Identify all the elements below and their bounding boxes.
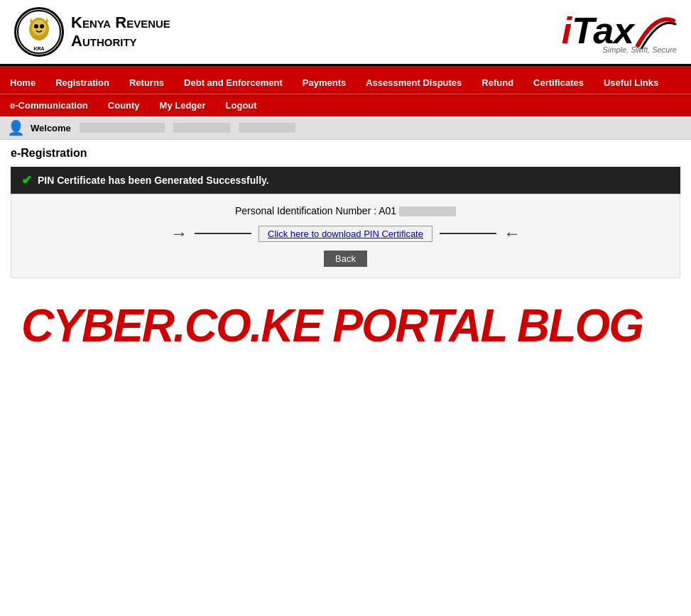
kra-logo: KRA Kenya Revenue Authority — [14, 7, 170, 57]
welcome-id-masked — [173, 123, 230, 133]
back-button[interactable]: Back — [324, 251, 367, 267]
itax-tax-text: Tax — [572, 12, 634, 49]
nav-ecommunication[interactable]: e-Communication — [0, 94, 98, 116]
nav-logout[interactable]: Logout — [216, 94, 267, 116]
svg-point-2 — [32, 20, 46, 35]
success-bar: ✔ PIN Certificate has been Generated Suc… — [11, 167, 680, 194]
arrow-left-icon: → — [170, 224, 187, 243]
svg-text:KRA: KRA — [33, 46, 44, 51]
user-icon: 👤 — [7, 119, 25, 136]
main-content: e-Registration ✔ PIN Certificate has bee… — [0, 140, 691, 380]
nav-useful-links[interactable]: Useful Links — [594, 72, 668, 94]
itax-swoosh-icon — [634, 10, 677, 49]
nav-payments[interactable]: Payments — [293, 72, 356, 94]
pin-section: Personal Identification Number : A01 → C… — [11, 194, 680, 278]
itax-logo: i Tax Simple, Swift, Secure — [562, 10, 677, 54]
itax-i-letter: i — [562, 12, 572, 49]
download-container: → Click here to download PIN Certificate… — [22, 224, 669, 243]
welcome-bar: 👤 Welcome — [0, 116, 691, 140]
arrow-right-icon: ← — [504, 224, 521, 243]
nav-home[interactable]: Home — [0, 72, 45, 94]
kra-name: Kenya Revenue Authority — [71, 13, 170, 51]
success-message: PIN Certificate has been Generated Succe… — [38, 175, 269, 186]
right-line — [440, 233, 496, 234]
page-title: e-Registration — [11, 147, 680, 160]
left-line — [195, 233, 251, 234]
header: KRA Kenya Revenue Authority i Tax Simple… — [0, 0, 691, 66]
welcome-extra-masked — [239, 123, 295, 133]
nav-disputes[interactable]: Assessment Disputes — [356, 72, 472, 94]
nav-debt[interactable]: Debt and Enforcement — [174, 72, 293, 94]
welcome-label: Welcome — [31, 123, 71, 133]
nav-returns[interactable]: Returns — [119, 72, 174, 94]
watermark-text: CYBER.CO.KE PORTAL BLOG — [11, 278, 680, 373]
nav-county[interactable]: County — [98, 94, 150, 116]
kra-emblem: KRA — [14, 7, 64, 57]
welcome-username — [80, 123, 165, 133]
svg-point-4 — [40, 24, 44, 28]
red-stripe-decoration — [0, 66, 691, 72]
nav-refund[interactable]: Refund — [472, 72, 523, 94]
nav-row-2: e-Communication County My Ledger Logout — [0, 94, 691, 116]
pin-text: Personal Identification Number : A01 — [22, 205, 669, 216]
download-pin-link[interactable]: Click here to download PIN Certificate — [259, 226, 432, 242]
success-icon: ✔ — [21, 172, 32, 188]
nav-my-ledger[interactable]: My Ledger — [150, 94, 216, 116]
nav-certificates[interactable]: Certificates — [523, 72, 594, 94]
back-section: Back — [22, 251, 669, 267]
nav-registration[interactable]: Registration — [45, 72, 119, 94]
pin-number-masked — [399, 207, 456, 216]
svg-point-3 — [34, 24, 38, 28]
nav-row-1: Home Registration Returns Debt and Enfor… — [0, 72, 691, 94]
